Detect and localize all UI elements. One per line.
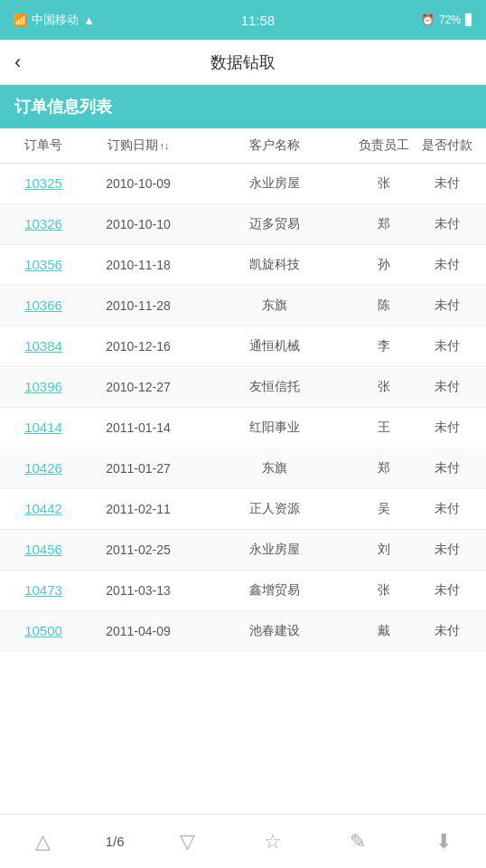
cell-client: 友恒信托	[197, 379, 352, 395]
cell-client: 迈多贸易	[197, 216, 352, 232]
cell-staff: 张	[352, 379, 416, 395]
signal-icon: 📶	[13, 14, 27, 27]
order-link[interactable]: 10326	[24, 216, 62, 231]
cell-paid: 未付	[416, 460, 479, 476]
table-row: 10366 2010-11-28 东旗 陈 未付	[0, 286, 486, 326]
cell-client: 东旗	[197, 460, 352, 476]
cell-paid: 未付	[416, 216, 479, 232]
cell-paid: 未付	[416, 420, 479, 436]
cell-client: 池春建设	[197, 623, 352, 639]
order-link[interactable]: 10366	[24, 297, 62, 313]
order-link[interactable]: 10396	[24, 379, 62, 394]
col-header-date: 订购日期 ↑↓	[79, 137, 197, 154]
header: ‹ 数据钻取	[0, 40, 486, 85]
order-link[interactable]: 10473	[24, 582, 62, 598]
status-bar: 📶 中国移动 ▲ 11:58 ⏰ 72% ▊	[0, 0, 486, 40]
cell-order[interactable]: 10426	[7, 460, 79, 476]
cell-staff: 李	[352, 338, 416, 354]
table-row: 10326 2010-10-10 迈多贸易 郑 未付	[0, 204, 486, 245]
cell-order[interactable]: 10384	[7, 338, 79, 354]
edit-button[interactable]: ✎	[335, 819, 380, 864]
carrier-name: 中国移动	[32, 12, 79, 28]
page-title: 数据钻取	[210, 52, 276, 73]
table-row: 10426 2011-01-27 东旗 郑 未付	[0, 448, 486, 489]
alarm-icon: ⏰	[421, 14, 435, 26]
status-time: 11:58	[241, 13, 276, 28]
download-button[interactable]: ⬇	[421, 819, 466, 864]
cell-staff: 王	[352, 420, 416, 436]
cell-date: 2010-11-28	[79, 298, 197, 313]
cell-paid: 未付	[416, 297, 479, 314]
cell-order[interactable]: 10366	[7, 297, 79, 314]
bottom-nav: △ 1/6 ▽ ☆ ✎ ⬇	[0, 814, 486, 868]
cell-order[interactable]: 10325	[7, 175, 79, 192]
order-link[interactable]: 10414	[24, 420, 62, 435]
download-icon: ⬇	[435, 830, 452, 854]
cell-order[interactable]: 10473	[7, 582, 79, 599]
prev-icon: △	[35, 830, 51, 854]
order-link[interactable]: 10384	[24, 338, 62, 354]
next-page-button[interactable]: ▽	[164, 819, 210, 864]
table-row: 10356 2010-11-18 凯旋科技 孙 未付	[0, 245, 486, 286]
cell-order[interactable]: 10414	[7, 420, 79, 436]
section-header: 订单信息列表	[0, 85, 486, 128]
cell-date: 2010-10-09	[79, 176, 197, 191]
cell-date: 2011-01-27	[79, 461, 197, 476]
cell-paid: 未付	[416, 582, 479, 599]
cell-date: 2010-11-18	[79, 258, 197, 272]
cell-paid: 未付	[416, 542, 479, 558]
cell-staff: 张	[352, 582, 416, 599]
edit-icon: ✎	[350, 830, 366, 854]
prev-page-button[interactable]: △	[20, 819, 65, 864]
order-link[interactable]: 10500	[24, 623, 62, 638]
cell-paid: 未付	[416, 257, 479, 273]
cell-date: 2010-12-27	[79, 380, 197, 394]
cell-staff: 张	[352, 175, 416, 192]
cell-staff: 吴	[352, 501, 416, 517]
cell-client: 东旗	[197, 297, 352, 314]
cell-order[interactable]: 10326	[7, 216, 79, 232]
order-link[interactable]: 10456	[24, 542, 62, 557]
cell-order[interactable]: 10442	[7, 501, 79, 517]
cell-staff: 刘	[352, 542, 416, 558]
back-button[interactable]: ‹	[14, 51, 21, 74]
cell-client: 永业房屋	[197, 542, 352, 558]
table-row: 10384 2010-12-16 通恒机械 李 未付	[0, 326, 486, 367]
cell-paid: 未付	[416, 623, 479, 639]
order-link[interactable]: 10426	[24, 460, 62, 476]
cell-client: 鑫增贸易	[197, 582, 352, 599]
table-row: 10500 2011-04-09 池春建设 戴 未付	[0, 611, 486, 652]
cell-staff: 孙	[352, 257, 416, 273]
battery-level: 72%	[439, 14, 461, 26]
col-header-staff: 负责员工	[352, 137, 416, 154]
sort-icon[interactable]: ↑↓	[160, 140, 170, 151]
cell-date: 2011-02-11	[79, 502, 197, 516]
order-link[interactable]: 10325	[24, 175, 62, 191]
cell-order[interactable]: 10356	[7, 257, 79, 273]
cell-staff: 陈	[352, 297, 416, 314]
cell-date: 2011-04-09	[79, 624, 197, 638]
table-row: 10442 2011-02-11 正人资源 吴 未付	[0, 489, 486, 530]
favorite-button[interactable]: ☆	[250, 819, 295, 864]
table-row: 10325 2010-10-09 永业房屋 张 未付	[0, 164, 486, 204]
cell-paid: 未付	[416, 175, 479, 192]
cell-order[interactable]: 10456	[7, 542, 79, 558]
table-row: 10456 2011-02-25 永业房屋 刘 未付	[0, 530, 486, 571]
cell-paid: 未付	[416, 379, 479, 395]
cell-date: 2011-03-13	[79, 583, 197, 598]
status-right: ⏰ 72% ▊	[421, 14, 473, 26]
order-link[interactable]: 10442	[24, 501, 62, 516]
cell-order[interactable]: 10500	[7, 623, 79, 639]
cell-date: 2010-10-10	[79, 217, 197, 231]
table-row: 10473 2011-03-13 鑫增贸易 张 未付	[0, 571, 486, 611]
order-link[interactable]: 10356	[24, 257, 62, 272]
cell-client: 红阳事业	[197, 420, 352, 436]
table-row: 10396 2010-12-27 友恒信托 张 未付	[0, 367, 486, 408]
wifi-icon: ▲	[83, 14, 95, 27]
page-info: 1/6	[106, 834, 125, 849]
cell-staff: 戴	[352, 623, 416, 639]
col-header-client: 客户名称	[197, 137, 352, 154]
cell-client: 永业房屋	[197, 175, 352, 192]
star-icon: ☆	[264, 830, 282, 854]
cell-order[interactable]: 10396	[7, 379, 79, 395]
